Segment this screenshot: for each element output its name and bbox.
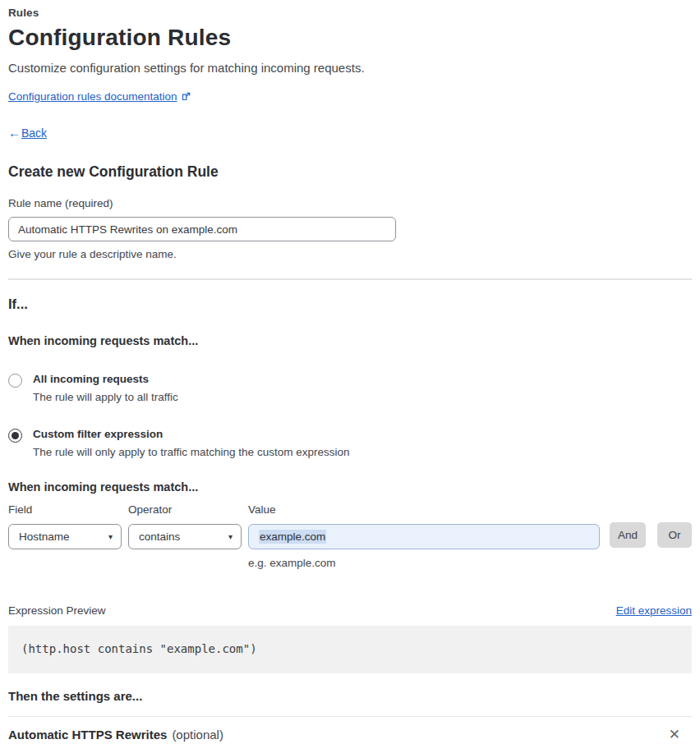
edit-expression-link[interactable]: Edit expression bbox=[616, 604, 692, 617]
radio-label-all-requests: All incoming requests bbox=[33, 373, 178, 385]
and-button[interactable]: And bbox=[610, 522, 646, 548]
builder-heading: When incoming requests match... bbox=[8, 480, 692, 494]
configuration-rules-page: Rules Configuration Rules Customize conf… bbox=[0, 0, 700, 744]
rule-name-input[interactable] bbox=[8, 217, 396, 241]
field-select[interactable]: Hostname ▾ bbox=[8, 524, 122, 549]
page-title: Configuration Rules bbox=[8, 25, 692, 51]
value-input[interactable]: example.com bbox=[248, 524, 600, 549]
expression-preview-label: Expression Preview bbox=[8, 604, 106, 617]
radio-desc-all-requests: The rule will apply to all traffic bbox=[33, 391, 178, 403]
rule-name-label: Rule name (required) bbox=[8, 197, 692, 209]
rule-name-help: Give your rule a descriptive name. bbox=[8, 248, 692, 260]
match-heading: When incoming requests match... bbox=[8, 334, 692, 347]
if-heading: If... bbox=[8, 296, 692, 312]
section-divider bbox=[8, 278, 692, 280]
documentation-link-row: Configuration rules documentation bbox=[8, 90, 692, 103]
page-subtitle: Customize configuration settings for mat… bbox=[8, 61, 692, 75]
close-icon[interactable]: ✕ bbox=[669, 728, 680, 742]
back-arrow-icon: ← bbox=[8, 126, 21, 140]
chevron-down-icon: ▾ bbox=[108, 532, 113, 541]
setting-card-https-rewrites: Automatic HTTPS Rewrites (optional) ✕ Tu… bbox=[8, 716, 692, 744]
operator-label: Operator bbox=[128, 503, 242, 516]
field-select-value: Hostname bbox=[19, 530, 70, 543]
external-link-icon bbox=[182, 92, 191, 101]
radio-selected-icon[interactable] bbox=[8, 429, 22, 443]
radio-desc-custom-filter: The rule will only apply to traffic matc… bbox=[33, 446, 349, 458]
setting-optional-label: (optional) bbox=[172, 728, 668, 742]
radio-option-custom-filter[interactable]: Custom filter expression The rule will o… bbox=[8, 428, 692, 458]
chevron-down-icon: ▾ bbox=[228, 532, 233, 541]
back-link[interactable]: ← Back bbox=[8, 126, 692, 140]
operator-select-value: contains bbox=[139, 530, 180, 543]
breadcrumb: Rules bbox=[8, 7, 692, 19]
field-label: Field bbox=[8, 503, 122, 516]
expression-code-text: (http.host contains "example.com") bbox=[21, 642, 257, 655]
back-link-label[interactable]: Back bbox=[21, 126, 47, 140]
documentation-link[interactable]: Configuration rules documentation bbox=[8, 90, 177, 103]
value-label: Value bbox=[248, 503, 600, 516]
radio-label-custom-filter: Custom filter expression bbox=[33, 428, 349, 440]
setting-title: Automatic HTTPS Rewrites bbox=[8, 728, 167, 742]
create-rule-heading: Create new Configuration Rule bbox=[8, 163, 692, 181]
expression-preview-code: (http.host contains "example.com") bbox=[8, 626, 692, 673]
radio-unselected-icon[interactable] bbox=[8, 374, 22, 388]
then-settings-heading: Then the settings are... bbox=[8, 689, 692, 703]
radio-option-all-requests[interactable]: All incoming requests The rule will appl… bbox=[8, 373, 692, 403]
expression-builder-row: Field Hostname ▾ Operator contains ▾ Val… bbox=[8, 503, 692, 569]
expression-preview-header: Expression Preview Edit expression bbox=[8, 604, 692, 617]
value-input-text: example.com bbox=[259, 530, 326, 544]
or-button[interactable]: Or bbox=[657, 522, 692, 548]
operator-select[interactable]: contains ▾ bbox=[128, 524, 242, 549]
value-hint: e.g. example.com bbox=[248, 557, 600, 569]
